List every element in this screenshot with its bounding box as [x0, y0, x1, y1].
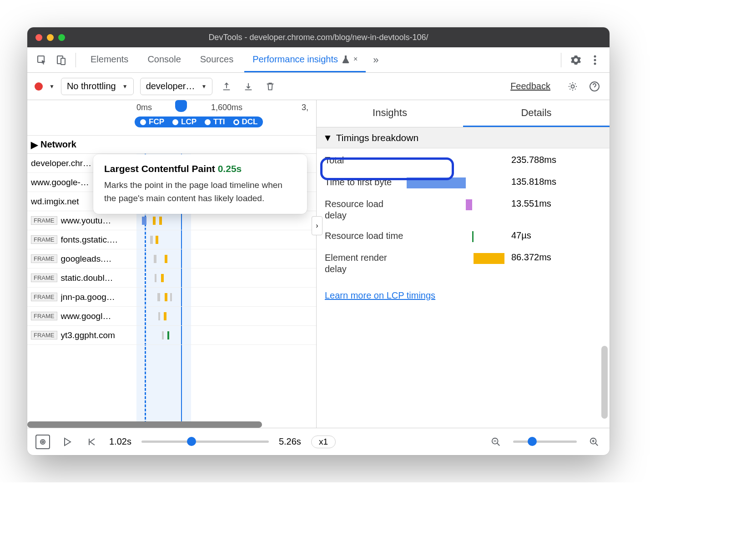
playhead-marker[interactable]	[181, 100, 187, 112]
origin-select[interactable]: developer… ▼	[140, 78, 213, 95]
badge-dcl[interactable]: DCL	[231, 116, 263, 127]
request-bar[interactable]	[161, 274, 164, 282]
horizontal-scrollbar[interactable]	[27, 421, 262, 428]
slider-thumb[interactable]	[187, 437, 196, 446]
network-row[interactable]: FRAMEfonts.gstatic.…	[27, 230, 316, 249]
svg-rect-2	[61, 58, 65, 65]
frame-tag: FRAME	[31, 254, 57, 263]
kebab-menu-icon[interactable]	[587, 52, 603, 68]
expand-sidebar-button[interactable]: ›	[312, 216, 323, 235]
timeline-panel: 0ms 1,600ms 3, FCP LCP TTI DCL ▶ Network	[27, 100, 317, 428]
settings-gear-icon[interactable]	[565, 79, 580, 94]
learn-more-link[interactable]: Learn more on LCP timings	[317, 290, 610, 301]
frame-tag: FRAME	[31, 331, 57, 339]
throttle-select[interactable]: No throttling ▼	[61, 78, 134, 95]
frame-tag: FRAME	[31, 216, 57, 225]
request-bar[interactable]	[142, 217, 146, 225]
network-row[interactable]: FRAMEwww.youtu…	[27, 211, 316, 230]
request-bar[interactable]	[159, 217, 162, 225]
timing-label: Resource load delay	[325, 198, 407, 221]
titlebar: DevTools - developer.chrome.com/blog/new…	[27, 27, 610, 47]
network-row[interactable]: FRAMEyt3.ggpht.com	[27, 326, 316, 345]
request-bar[interactable]	[150, 236, 153, 244]
start-time-label: 1.02s	[109, 436, 131, 447]
timing-value: 13.551ms	[511, 198, 551, 209]
timing-label: Total	[325, 155, 407, 166]
timing-bar	[466, 199, 472, 210]
minimize-window-button[interactable]	[47, 34, 54, 41]
divider	[76, 53, 76, 67]
badge-lcp[interactable]: LCP	[170, 116, 202, 127]
zoom-out-icon[interactable]	[489, 435, 503, 449]
svg-point-9	[42, 441, 44, 443]
back-to-start-icon[interactable]	[85, 435, 99, 449]
timing-rows: Total235.788msTime to first byte135.818m…	[317, 148, 610, 290]
settings-icon[interactable]	[568, 52, 584, 68]
import-icon[interactable]	[241, 79, 256, 94]
request-bar[interactable]	[162, 331, 164, 339]
tab-insights[interactable]: Insights	[317, 100, 463, 127]
tick-label: 0ms	[136, 103, 152, 112]
network-row[interactable]: FRAMEstatic.doubl…	[27, 268, 316, 288]
frame-tag: FRAME	[31, 235, 57, 244]
timing-row: Time to first byte135.818ms	[325, 177, 601, 189]
details-panel: Insights Details ▼ Timings breakdown Tot…	[317, 100, 610, 428]
request-bar[interactable]	[153, 217, 156, 225]
tab-label: Performance insights	[252, 54, 338, 65]
delete-icon[interactable]	[262, 79, 278, 94]
divider	[561, 53, 561, 67]
more-tabs-icon[interactable]: »	[373, 54, 378, 66]
record-button[interactable]	[35, 82, 43, 91]
request-bar[interactable]	[165, 293, 167, 301]
tab-console[interactable]: Console	[139, 47, 189, 72]
metric-badges: FCP LCP TTI DCL	[135, 116, 263, 127]
window-title: DevTools - developer.chrome.com/blog/new…	[27, 33, 610, 42]
request-bar[interactable]	[170, 293, 172, 301]
zoom-in-icon[interactable]	[587, 435, 601, 449]
request-bar[interactable]	[155, 274, 156, 282]
request-bar[interactable]	[157, 293, 160, 301]
time-slider[interactable]	[141, 441, 269, 443]
badge-tti[interactable]: TTI	[202, 116, 231, 127]
tab-elements[interactable]: Elements	[82, 47, 136, 72]
request-bar[interactable]	[164, 312, 166, 320]
network-row[interactable]: FRAMEgoogleads.…	[27, 249, 316, 268]
network-section-header[interactable]: ▶ Network	[27, 136, 316, 154]
playback-speed[interactable]: x1	[311, 436, 336, 448]
svg-point-5	[594, 62, 596, 65]
vertical-scrollbar[interactable]	[601, 346, 608, 419]
request-bar[interactable]	[167, 331, 169, 339]
network-row[interactable]: FRAMEwww.googl…	[27, 307, 316, 326]
badge-fcp[interactable]: FCP	[135, 116, 170, 127]
record-menu-caret[interactable]: ▼	[49, 83, 55, 90]
timing-bar	[407, 177, 466, 188]
close-tab-icon[interactable]: ×	[353, 55, 358, 63]
expand-arrow-icon: ▶	[31, 139, 38, 150]
timings-breakdown-header[interactable]: ▼ Timings breakdown	[317, 127, 610, 148]
request-bar[interactable]	[154, 255, 156, 263]
maximize-window-button[interactable]	[58, 34, 65, 41]
slider-thumb[interactable]	[528, 437, 537, 446]
frame-tag: FRAME	[31, 274, 57, 282]
zoom-slider[interactable]	[513, 441, 577, 443]
svg-point-6	[571, 85, 575, 88]
request-bar[interactable]	[158, 312, 160, 320]
timing-row: Resource load time47µs	[325, 230, 601, 243]
feedback-link[interactable]: Feedback	[510, 81, 550, 91]
svg-point-3	[594, 55, 596, 57]
device-toggle-icon[interactable]	[53, 52, 69, 68]
network-row[interactable]: FRAMEjnn-pa.goog…	[27, 288, 316, 307]
timing-value: 135.818ms	[511, 177, 556, 187]
export-icon[interactable]	[219, 79, 234, 94]
svg-point-8	[40, 440, 45, 444]
tab-sources[interactable]: Sources	[192, 47, 242, 72]
close-window-button[interactable]	[35, 34, 42, 41]
request-bar[interactable]	[165, 255, 167, 263]
inspect-icon[interactable]	[34, 52, 50, 68]
tab-performance-insights[interactable]: Performance insights ×	[244, 47, 366, 72]
play-icon[interactable]	[60, 435, 75, 449]
tab-details[interactable]: Details	[463, 100, 610, 127]
screenshot-toggle-icon[interactable]	[35, 435, 50, 449]
help-icon[interactable]	[587, 79, 602, 94]
request-bar[interactable]	[156, 236, 158, 244]
